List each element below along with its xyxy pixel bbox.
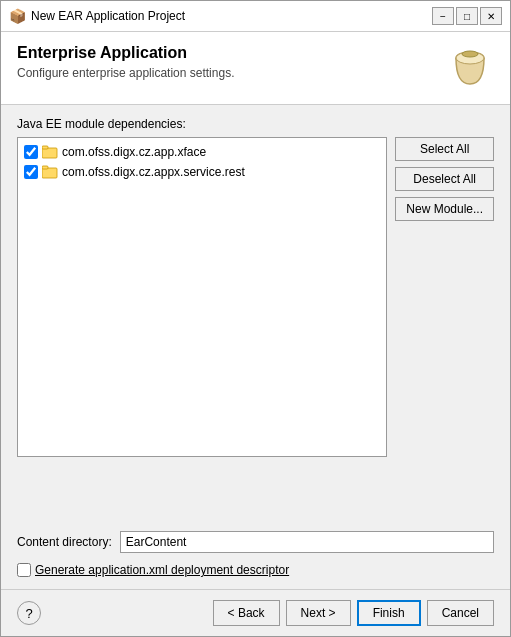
- minimize-button[interactable]: −: [432, 7, 454, 25]
- header-section: Enterprise Application Configure enterpr…: [1, 32, 510, 105]
- module-checkbox-2[interactable]: [24, 165, 38, 179]
- page-title: Enterprise Application: [17, 44, 234, 62]
- list-item: com.ofss.digx.cz.appx.service.rest: [22, 162, 382, 182]
- title-bar: 📦 New EAR Application Project − □ ✕: [1, 1, 510, 32]
- header-text: Enterprise Application Configure enterpr…: [17, 44, 234, 80]
- page-subtitle: Configure enterprise application setting…: [17, 66, 234, 80]
- generate-checkbox-row: Generate application.xml deployment desc…: [17, 563, 494, 577]
- module-list: com.ofss.digx.cz.app.xface com.ofss.digx…: [17, 137, 387, 457]
- folder-icon-2: [42, 164, 58, 180]
- svg-rect-4: [42, 146, 48, 149]
- title-bar-text: New EAR Application Project: [31, 9, 426, 23]
- folder-icon-1: [42, 144, 58, 160]
- help-button[interactable]: ?: [17, 601, 41, 625]
- generate-checkbox[interactable]: [17, 563, 31, 577]
- module-label-2: com.ofss.digx.cz.appx.service.rest: [62, 165, 245, 179]
- svg-point-2: [462, 51, 478, 57]
- svg-rect-5: [42, 168, 57, 178]
- select-all-button[interactable]: Select All: [395, 137, 494, 161]
- svg-rect-3: [42, 148, 57, 158]
- generate-checkbox-label[interactable]: Generate application.xml deployment desc…: [35, 563, 289, 577]
- svg-rect-6: [42, 166, 48, 169]
- next-button[interactable]: Next >: [286, 600, 351, 626]
- content-directory-input[interactable]: [120, 531, 494, 553]
- back-button[interactable]: < Back: [213, 600, 280, 626]
- finish-button[interactable]: Finish: [357, 600, 421, 626]
- title-bar-icon: 📦: [9, 8, 25, 24]
- module-label-1: com.ofss.digx.cz.app.xface: [62, 145, 206, 159]
- footer-right: < Back Next > Finish Cancel: [213, 600, 494, 626]
- new-module-button[interactable]: New Module...: [395, 197, 494, 221]
- content-directory-row: Content directory:: [17, 531, 494, 553]
- content-directory-label: Content directory:: [17, 535, 112, 549]
- deselect-all-button[interactable]: Deselect All: [395, 167, 494, 191]
- list-item: com.ofss.digx.cz.app.xface: [22, 142, 382, 162]
- close-button[interactable]: ✕: [480, 7, 502, 25]
- dialog-window: 📦 New EAR Application Project − □ ✕ Ente…: [0, 0, 511, 637]
- title-bar-controls: − □ ✕: [432, 7, 502, 25]
- side-buttons: Select All Deselect All New Module...: [395, 137, 494, 517]
- maximize-button[interactable]: □: [456, 7, 478, 25]
- section-label: Java EE module dependencies:: [17, 117, 494, 131]
- footer: ? < Back Next > Finish Cancel: [1, 589, 510, 636]
- header-icon: [446, 44, 494, 92]
- module-checkbox-1[interactable]: [24, 145, 38, 159]
- cancel-button[interactable]: Cancel: [427, 600, 494, 626]
- module-area: com.ofss.digx.cz.app.xface com.ofss.digx…: [17, 137, 494, 517]
- footer-left: ?: [17, 601, 41, 625]
- content-area: Java EE module dependencies: com.ofss.di…: [1, 105, 510, 589]
